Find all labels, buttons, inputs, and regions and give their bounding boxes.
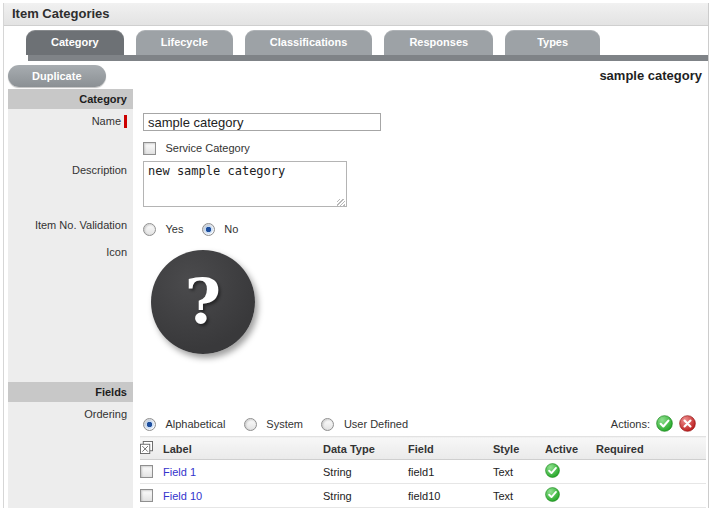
description-label: Description xyxy=(8,158,133,213)
fields-section-label: Fields xyxy=(8,382,133,402)
ordering-system-radio[interactable] xyxy=(244,418,257,431)
fields-section-header: Fields xyxy=(4,382,708,402)
item-no-yes-radio[interactable] xyxy=(143,223,156,236)
tab-category[interactable]: Category xyxy=(26,30,124,55)
row-checkbox[interactable] xyxy=(140,465,153,478)
item-categories-page: Item Categories Category Lifecycle Class… xyxy=(3,3,709,508)
cancel-icon[interactable] xyxy=(679,415,696,432)
ordering-alphabetical-label: Alphabetical xyxy=(165,418,225,430)
tab-bar: Category Lifecycle Classifications Respo… xyxy=(26,30,708,55)
table-row: Field 1 String field1 Text xyxy=(140,460,706,484)
category-question-mark-icon: ? xyxy=(151,250,255,354)
select-all-icon[interactable] xyxy=(140,441,153,454)
active-check-icon xyxy=(545,492,560,504)
title-bar: Item Categories xyxy=(4,3,708,26)
name-label: Name xyxy=(92,115,121,127)
col-header-active: Active xyxy=(545,437,596,460)
context-title: sample category xyxy=(599,68,702,83)
category-section-header: Category xyxy=(4,89,708,109)
col-header-required: Required xyxy=(596,437,706,460)
service-category-checkbox[interactable] xyxy=(143,142,156,155)
row-checkbox[interactable] xyxy=(140,489,153,502)
textarea-resize-handle[interactable] xyxy=(337,199,345,207)
fields-table-header: Label Data Type Field Style Active Requi… xyxy=(140,437,706,460)
page-title: Item Categories xyxy=(12,6,110,21)
toolbar: Duplicate sample category xyxy=(4,61,708,89)
ordering-row: Ordering Alphabetical System User Define… xyxy=(4,402,708,436)
name-input[interactable] xyxy=(143,113,381,131)
item-no-validation-row: Item No. Validation Yes No xyxy=(4,213,708,241)
required-marker xyxy=(124,115,127,128)
service-category-row: Service Category xyxy=(4,137,708,158)
fields-table: Label Data Type Field Style Active Requi… xyxy=(140,436,706,508)
field-link[interactable]: Field 1 xyxy=(163,466,196,478)
tab-lifecycle[interactable]: Lifecycle xyxy=(136,30,233,55)
tab-classifications[interactable]: Classifications xyxy=(245,30,373,55)
ordering-user-defined-label: User Defined xyxy=(344,418,408,430)
ordering-label: Ordering xyxy=(8,402,133,436)
icon-label: Icon xyxy=(8,240,133,382)
tab-responses[interactable]: Responses xyxy=(384,30,493,55)
item-no-validation-label: Item No. Validation xyxy=(8,213,133,241)
col-header-style: Style xyxy=(493,437,545,460)
item-no-yes-label: Yes xyxy=(165,223,183,235)
ordering-alphabetical-radio[interactable] xyxy=(143,418,156,431)
duplicate-button[interactable]: Duplicate xyxy=(8,65,106,87)
col-header-field: Field xyxy=(408,437,493,460)
name-row: Name xyxy=(4,109,708,137)
table-row: Field 10 String field10 Text xyxy=(140,484,706,508)
active-check-icon xyxy=(545,468,560,480)
confirm-icon[interactable] xyxy=(656,415,673,432)
col-header-label: Label xyxy=(163,437,323,460)
tab-types[interactable]: Types xyxy=(505,30,600,55)
actions-label: Actions: xyxy=(611,418,650,430)
item-no-no-label: No xyxy=(224,223,238,235)
service-category-label: Service Category xyxy=(165,142,249,154)
category-section-label: Category xyxy=(8,89,133,109)
ordering-system-label: System xyxy=(266,418,303,430)
fields-table-row: Label Data Type Field Style Active Requi… xyxy=(4,436,708,508)
description-textarea[interactable]: new sample category xyxy=(143,161,347,207)
description-row: Description new sample category xyxy=(4,158,708,213)
col-header-data-type: Data Type xyxy=(323,437,408,460)
field-link[interactable]: Field 10 xyxy=(163,490,202,502)
item-no-no-radio[interactable] xyxy=(202,223,215,236)
ordering-user-defined-radio[interactable] xyxy=(321,418,334,431)
icon-row: Icon ? xyxy=(4,240,708,382)
